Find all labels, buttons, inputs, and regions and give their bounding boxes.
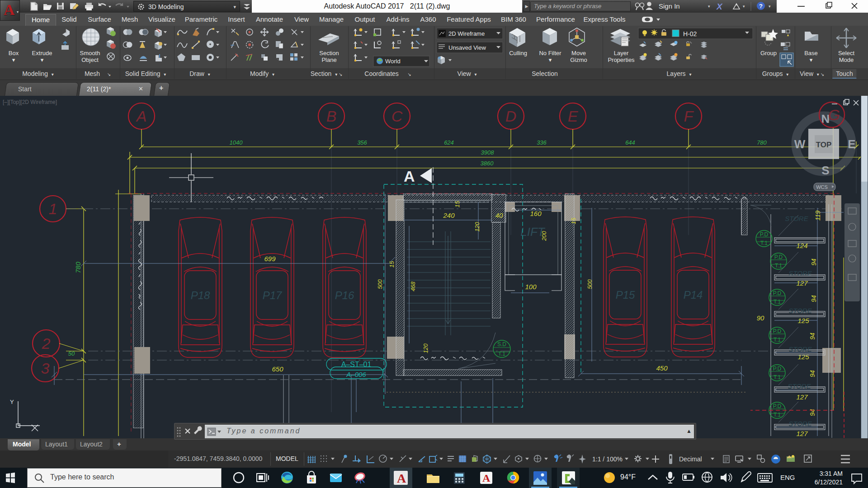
svg-text:STORE: STORE (788, 307, 812, 314)
svg-text:STORE: STORE (788, 420, 812, 427)
svg-text:Y: Y (10, 399, 14, 405)
svg-text:2: 2 (42, 335, 51, 352)
svg-text:644: 644 (625, 139, 635, 146)
svg-text:240: 240 (443, 211, 455, 219)
svg-text:356: 356 (357, 139, 367, 146)
svg-text:2D Wireframe: 2D Wireframe (448, 30, 485, 37)
svg-text:500: 500 (586, 279, 593, 289)
svg-text:50: 50 (68, 350, 75, 357)
svg-text:3908: 3908 (481, 149, 495, 156)
svg-text:125: 125 (797, 317, 809, 324)
svg-text:90: 90 (757, 314, 764, 322)
svg-text:450: 450 (656, 364, 668, 372)
svg-text:94: 94 (809, 370, 816, 377)
svg-text:G: G (828, 106, 840, 123)
svg-text:A–ST–01: A–ST–01 (341, 361, 372, 368)
svg-text:A–006: A–006 (346, 371, 366, 378)
svg-text:STORE: STORE (788, 269, 812, 277)
svg-text:94: 94 (809, 333, 816, 340)
svg-text:H-02: H-02 (683, 30, 697, 38)
svg-text:[–][Top][2D Wireframe]: [–][Top][2D Wireframe] (3, 99, 57, 105)
svg-text:P14: P14 (684, 289, 703, 301)
svg-text:127: 127 (796, 393, 808, 401)
svg-text:15: 15 (570, 217, 577, 224)
svg-text:C: C (392, 108, 403, 125)
svg-text:15: 15 (454, 201, 461, 207)
svg-text:3: 3 (41, 360, 50, 377)
svg-text:STORE: STORE (788, 382, 811, 390)
svg-text:F: F (684, 108, 694, 125)
svg-text:TOP: TOP (816, 141, 832, 149)
svg-text:S.D: S.D (497, 341, 506, 347)
svg-text:A: A (404, 168, 415, 185)
svg-text:94: 94 (810, 258, 817, 266)
svg-text:P15: P15 (616, 289, 635, 301)
svg-text:W: W (794, 137, 806, 151)
svg-text:1:1 / 100%: 1:1 / 100% (592, 455, 623, 463)
svg-text:120: 120 (422, 343, 429, 353)
svg-text:119: 119 (814, 211, 821, 221)
svg-text:624: 624 (444, 139, 454, 146)
svg-text:P17: P17 (263, 289, 283, 301)
svg-text:Decimal: Decimal (679, 455, 702, 463)
svg-text:650: 650 (272, 365, 283, 373)
svg-text:A: A (136, 108, 147, 125)
svg-text:40: 40 (495, 211, 503, 219)
svg-text:Unsaved View: Unsaved View (448, 44, 486, 51)
svg-text:160: 160 (530, 210, 542, 217)
svg-text:World: World (385, 58, 401, 65)
svg-text:WCS: WCS (816, 184, 828, 190)
svg-text:100: 100 (525, 283, 537, 291)
svg-text:120: 120 (474, 221, 481, 231)
svg-text:468: 468 (410, 281, 416, 291)
svg-text:STORE: STORE (785, 215, 808, 222)
svg-text:P16: P16 (335, 289, 354, 301)
svg-text:500: 500 (377, 279, 383, 289)
svg-text:T.1: T.1 (498, 351, 505, 357)
svg-text:127: 127 (796, 430, 808, 437)
svg-text:15: 15 (388, 261, 395, 267)
svg-text:200: 200 (541, 230, 547, 241)
svg-text:1: 1 (49, 200, 57, 217)
svg-text:P18: P18 (191, 289, 210, 301)
svg-text:699: 699 (264, 255, 276, 263)
svg-text:D: D (505, 108, 517, 125)
svg-text:E: E (848, 137, 855, 151)
svg-text:780: 780 (757, 139, 767, 146)
svg-text:E: E (568, 108, 578, 125)
svg-text:A: A (482, 472, 491, 484)
svg-text:94: 94 (810, 295, 817, 302)
svg-text:336: 336 (537, 139, 547, 146)
svg-text:1040: 1040 (230, 139, 243, 146)
svg-text:3860: 3860 (481, 160, 494, 167)
svg-text:S: S (821, 164, 829, 177)
svg-text:A: A (397, 471, 406, 485)
svg-text:780: 780 (74, 262, 82, 273)
svg-text:STORE: STORE (788, 345, 812, 353)
svg-text:B: B (326, 108, 337, 125)
